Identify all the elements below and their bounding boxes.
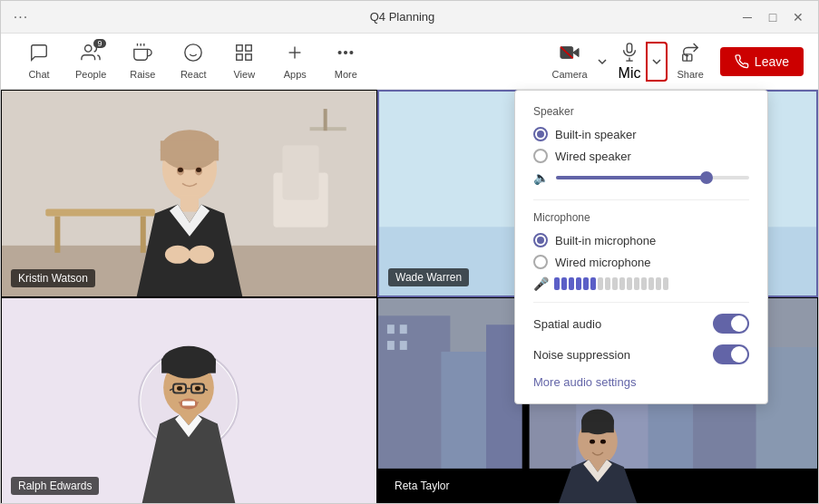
ralph-name-tag: Ralph Edwards	[11, 477, 99, 495]
chat-label: Chat	[28, 69, 49, 80]
restore-btn[interactable]: □	[764, 8, 782, 26]
mic-chevron-btn[interactable]	[646, 42, 668, 82]
chat-icon	[29, 43, 49, 67]
mic-builtin-label: Built-in microphone	[555, 234, 656, 247]
meter-bar-15	[663, 277, 668, 290]
speaker-radio-builtin[interactable]	[533, 127, 548, 141]
toolbar-people[interactable]: 9 People	[66, 37, 115, 85]
share-btn[interactable]: Share	[669, 37, 710, 85]
close-btn[interactable]: ✕	[789, 8, 807, 26]
video-cell-kristin: Kristin Watson	[1, 90, 377, 297]
camera-group: Camera	[546, 37, 610, 85]
camera-chevron-btn[interactable]	[593, 42, 611, 82]
meter-bar-9	[619, 277, 625, 290]
svg-point-15	[350, 52, 353, 54]
meter-bar-6	[598, 277, 603, 290]
meter-bar-2	[569, 277, 574, 290]
mic-wired-label: Wired microphone	[555, 256, 651, 269]
volume-thumb[interactable]	[700, 171, 713, 184]
camera-label: Camera	[551, 69, 587, 80]
meter-bar-5	[590, 277, 596, 290]
kristin-name-tag: Kristin Watson	[11, 269, 95, 287]
leave-button[interactable]: Leave	[720, 47, 804, 76]
meter-bars	[554, 277, 668, 290]
meter-bar-8	[612, 277, 618, 290]
microphone-section-label: Microphone	[533, 211, 749, 224]
mic-btn[interactable]: Mic	[613, 36, 647, 87]
meter-bar-14	[656, 277, 661, 290]
svg-point-4	[185, 44, 201, 61]
mic-meter-icon: 🎤	[533, 276, 549, 291]
noise-suppression-toggle[interactable]	[713, 344, 749, 364]
svg-point-14	[345, 52, 347, 54]
divider-2	[533, 302, 749, 303]
svg-rect-30	[141, 217, 146, 253]
svg-rect-7	[237, 45, 242, 51]
svg-rect-73	[387, 325, 395, 334]
toolbar-view[interactable]: View	[220, 37, 268, 85]
svg-rect-75	[387, 341, 395, 350]
mic-label: Mic	[619, 65, 641, 82]
toolbar-apps[interactable]: Apps	[271, 37, 318, 85]
svg-point-38	[189, 246, 214, 264]
meter-bar-3	[576, 277, 581, 290]
title-bar: ··· Q4 Planning ─ □ ✕	[1, 1, 818, 34]
svg-rect-36	[180, 196, 199, 212]
svg-point-0	[85, 45, 92, 52]
minimize-btn[interactable]: ─	[738, 8, 756, 26]
divider-1	[533, 199, 749, 200]
toolbar-raise[interactable]: Raise	[119, 37, 166, 85]
svg-point-60	[177, 386, 182, 391]
raise-label: Raise	[130, 69, 155, 80]
more-options-btn[interactable]: ···	[12, 8, 30, 26]
volume-slider[interactable]	[556, 176, 749, 179]
svg-rect-27	[282, 145, 318, 199]
raise-icon	[132, 43, 152, 67]
apps-label: Apps	[284, 69, 307, 80]
leave-label: Leave	[755, 54, 789, 69]
noise-suppression-label: Noise suppression	[533, 348, 630, 362]
react-icon	[183, 43, 203, 67]
mic-radio-wired[interactable]	[533, 255, 548, 269]
svg-rect-53	[161, 359, 216, 373]
mic-meter-row: 🎤	[533, 276, 749, 291]
mic-option-builtin[interactable]: Built-in microphone	[533, 233, 749, 247]
more-audio-settings[interactable]: More audio settings	[533, 375, 749, 389]
meter-bar-0	[554, 277, 560, 290]
video-cell-ralph: Ralph Edwards	[1, 297, 377, 504]
toolbar-react[interactable]: React	[170, 37, 217, 85]
speaker-option-builtin[interactable]: Built-in speaker	[533, 127, 749, 141]
speaker-radio-wired[interactable]	[533, 149, 548, 163]
svg-rect-9	[246, 54, 251, 60]
speaker-option-wired[interactable]: Wired speaker	[533, 149, 749, 163]
more-icon	[336, 43, 356, 67]
svg-rect-8	[246, 45, 251, 51]
speaker-section-label: Speaker	[533, 105, 749, 118]
svg-rect-29	[54, 217, 60, 253]
apps-icon	[285, 43, 305, 67]
people-label: People	[75, 69, 106, 80]
camera-icon	[560, 43, 580, 67]
svg-rect-35	[161, 141, 219, 160]
mic-option-wired[interactable]: Wired microphone	[533, 255, 749, 269]
reta-name-tag: Reta Taylor	[387, 477, 456, 495]
view-label: View	[233, 69, 255, 80]
volume-fill	[556, 176, 707, 179]
toolbar-right: Camera	[546, 36, 804, 87]
toolbar-more[interactable]: More	[322, 37, 369, 85]
svg-rect-18	[627, 43, 632, 52]
meter-bar-12	[641, 277, 647, 290]
people-badge: 9	[93, 39, 106, 48]
volume-row: 🔈	[533, 170, 749, 185]
mic-radio-builtin[interactable]	[533, 233, 548, 247]
svg-rect-87	[581, 420, 614, 432]
mic-icon	[619, 42, 639, 65]
speaker-wired-label: Wired speaker	[555, 150, 631, 163]
spatial-audio-toggle[interactable]	[713, 314, 749, 334]
ralph-bg	[2, 298, 376, 504]
react-label: React	[180, 69, 207, 80]
toolbar-chat[interactable]: Chat	[15, 37, 63, 85]
share-label: Share	[677, 69, 703, 80]
camera-btn[interactable]: Camera	[546, 37, 592, 85]
window-title: Q4 Planning	[66, 10, 738, 24]
